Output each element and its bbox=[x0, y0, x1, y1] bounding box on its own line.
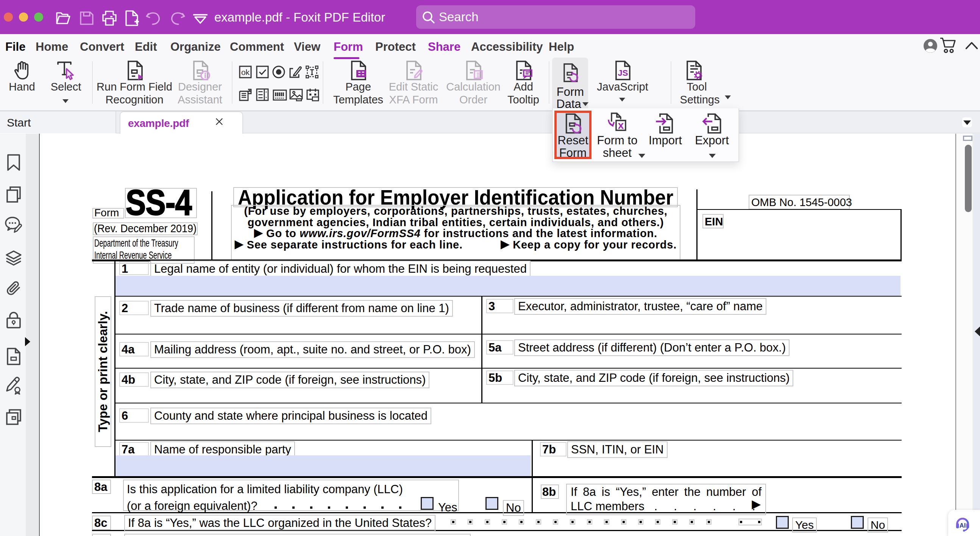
svg-text:JS: JS bbox=[618, 68, 628, 78]
svg-text:x: x bbox=[618, 119, 624, 131]
svg-text:ok: ok bbox=[241, 68, 250, 77]
svg-text:AI: AI bbox=[959, 522, 966, 529]
